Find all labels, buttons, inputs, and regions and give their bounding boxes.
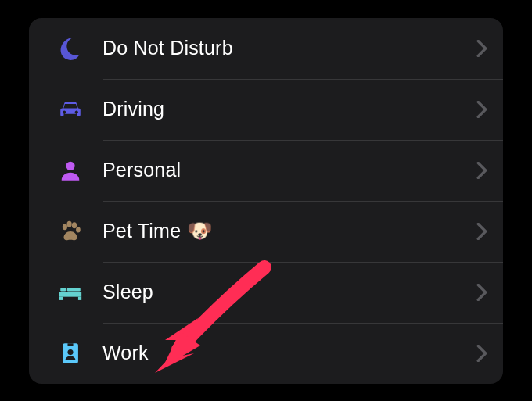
svg-point-12 <box>67 349 73 355</box>
chevron-right-icon <box>476 284 487 301</box>
focus-mode-work[interactable]: Work <box>29 323 503 384</box>
svg-point-1 <box>63 224 67 230</box>
focus-mode-sleep[interactable]: Sleep <box>29 262 503 323</box>
focus-mode-pet-time[interactable]: Pet Time 🐶 <box>29 201 503 262</box>
moon-icon <box>46 35 95 62</box>
focus-mode-driving[interactable]: Driving <box>29 79 503 140</box>
chevron-right-icon <box>476 101 487 118</box>
dog-emoji: 🐶 <box>187 219 212 243</box>
svg-point-4 <box>76 227 81 232</box>
svg-rect-6 <box>67 288 81 291</box>
focus-mode-label: Sleep <box>95 281 476 303</box>
focus-mode-personal[interactable]: Personal <box>29 140 503 201</box>
svg-point-0 <box>66 161 74 170</box>
chevron-right-icon <box>476 223 487 240</box>
focus-mode-label: Driving <box>95 98 476 120</box>
svg-point-3 <box>72 222 77 228</box>
focus-mode-do-not-disturb[interactable]: Do Not Disturb <box>29 18 503 79</box>
svg-rect-8 <box>59 296 63 299</box>
car-icon <box>46 96 95 123</box>
paw-icon <box>46 218 95 245</box>
focus-mode-label: Personal <box>95 159 476 181</box>
chevron-right-icon <box>476 345 487 362</box>
svg-rect-9 <box>78 296 81 299</box>
focus-mode-label: Pet Time 🐶 <box>95 219 476 243</box>
person-icon <box>46 157 95 184</box>
svg-rect-11 <box>67 343 73 346</box>
svg-rect-7 <box>59 292 81 297</box>
focus-mode-label: Do Not Disturb <box>95 37 476 59</box>
bed-icon <box>46 279 95 306</box>
chevron-right-icon <box>476 40 487 57</box>
focus-mode-list: Do Not Disturb Driving Personal <box>29 18 503 384</box>
svg-point-2 <box>66 220 71 227</box>
svg-rect-5 <box>60 288 66 291</box>
focus-mode-label: Work <box>95 342 476 364</box>
badge-icon <box>46 340 95 367</box>
chevron-right-icon <box>476 162 487 179</box>
